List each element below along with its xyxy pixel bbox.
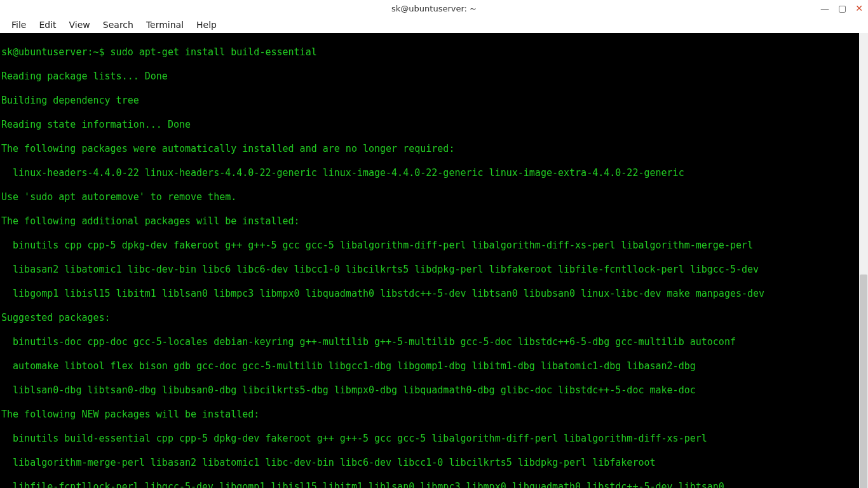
output-line: Building dependency tree bbox=[1, 95, 867, 107]
output-line: libfile-fcntllock-perl libgcc-5-dev libg… bbox=[1, 481, 867, 488]
terminal-content: sk@ubuntuserver:~$ sudo apt-get install … bbox=[1, 34, 867, 488]
maximize-icon[interactable]: ▢ bbox=[838, 4, 846, 13]
shell-prompt: sk@ubuntuserver:~$ bbox=[1, 46, 111, 58]
shell-command: sudo apt-get install build-essential bbox=[111, 46, 317, 58]
output-line: Suggested packages: bbox=[1, 312, 867, 324]
output-line: libgomp1 libisl15 libitm1 liblsan0 libmp… bbox=[1, 288, 867, 300]
output-line: liblsan0-dbg libtsan0-dbg libubsan0-dbg … bbox=[1, 384, 867, 396]
output-line: Reading state information... Done bbox=[1, 119, 867, 131]
terminal-viewport[interactable]: sk@ubuntuserver:~$ sudo apt-get install … bbox=[0, 33, 868, 488]
menu-help[interactable]: Help bbox=[191, 18, 222, 31]
prompt-line: sk@ubuntuserver:~$ sudo apt-get install … bbox=[1, 46, 867, 58]
scrollbar-thumb[interactable] bbox=[860, 274, 867, 488]
scrollbar-track[interactable] bbox=[859, 33, 868, 488]
window-titlebar: sk@ubuntuserver: ~ — ▢ ✕ bbox=[0, 0, 868, 17]
output-line: automake libtool flex bison gdb gcc-doc … bbox=[1, 360, 867, 372]
output-line: linux-headers-4.4.0-22 linux-headers-4.4… bbox=[1, 167, 867, 179]
output-line: The following additional packages will b… bbox=[1, 215, 867, 227]
window-title: sk@ubuntuserver: ~ bbox=[391, 4, 477, 13]
menu-view[interactable]: View bbox=[64, 18, 95, 31]
close-icon[interactable]: ✕ bbox=[855, 4, 863, 13]
menu-terminal[interactable]: Terminal bbox=[141, 18, 189, 31]
menubar: File Edit View Search Terminal Help bbox=[0, 17, 868, 33]
output-line: Use 'sudo apt autoremove' to remove them… bbox=[1, 191, 867, 203]
output-line: binutils build-essential cpp cpp-5 dpkg-… bbox=[1, 433, 867, 445]
output-line: libasan2 libatomic1 libc-dev-bin libc6 l… bbox=[1, 264, 867, 276]
output-line: binutils cpp cpp-5 dpkg-dev fakeroot g++… bbox=[1, 240, 867, 252]
menu-search[interactable]: Search bbox=[98, 18, 139, 31]
window-controls: — ▢ ✕ bbox=[820, 0, 863, 17]
output-line: Reading package lists... Done bbox=[1, 71, 867, 83]
output-line: The following packages were automaticall… bbox=[1, 143, 867, 155]
minimize-icon[interactable]: — bbox=[820, 4, 829, 13]
output-line: The following NEW packages will be insta… bbox=[1, 409, 867, 421]
menu-file[interactable]: File bbox=[6, 18, 31, 31]
output-line: binutils-doc cpp-doc gcc-5-locales debia… bbox=[1, 336, 867, 348]
output-line: libalgorithm-merge-perl libasan2 libatom… bbox=[1, 457, 867, 469]
menu-edit[interactable]: Edit bbox=[34, 18, 61, 31]
